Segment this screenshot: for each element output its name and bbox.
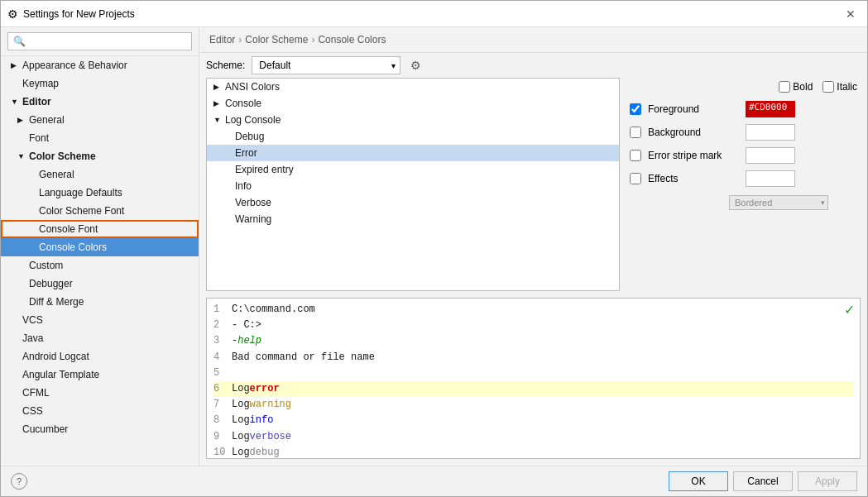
sidebar-item-vcs[interactable]: VCS [1,311,199,329]
code-text: help [237,333,261,349]
code-dash: - [232,333,237,349]
bold-italic-row: Bold Italic [630,81,857,93]
breadcrumb-part-3: Console Colors [318,34,386,45]
search-input[interactable] [7,32,192,50]
tree-item-console[interactable]: ▶ Console [207,95,619,112]
sidebar: ▶ Appearance & Behavior Keymap ▼ Editor … [1,27,199,466]
sidebar-label: Appearance & Behavior [22,60,127,71]
sidebar-item-cfml[interactable]: CFML [1,384,199,402]
props-panel: Bold Italic Foreground #CD0000 [626,78,861,291]
line-num: 4 [213,350,227,366]
effects-select[interactable]: Bordered Underscored Bold underscored St… [729,195,828,210]
sidebar-item-css[interactable]: CSS [1,402,199,420]
tree-item-info[interactable]: Info [207,178,619,194]
tree-item-warning[interactable]: Warning [207,211,619,227]
apply-button[interactable]: Apply [798,471,857,491]
line-num: 6 [213,381,227,397]
foreground-checkbox[interactable] [630,103,641,115]
italic-label[interactable]: Italic [822,81,857,93]
line-num: 2 [213,318,227,333]
sidebar-label: Custom [29,260,63,271]
sidebar-item-keymap[interactable]: Keymap [1,74,199,93]
tree-item-verbose[interactable]: Verbose [207,194,619,211]
bottom-bar: ? OK Cancel Apply [1,466,867,496]
sidebar-item-general[interactable]: ▶ General [1,111,199,129]
scheme-row: Scheme: Default Darcula High Contrast ⚙ [199,53,867,78]
bold-checkbox[interactable] [779,81,790,93]
breadcrumb-sep-1: › [238,34,242,45]
sidebar-item-font[interactable]: Font [1,129,199,147]
code-prefix: Log [232,445,250,459]
code-prefix: Log [232,381,250,397]
sidebar-item-editor[interactable]: ▼ Editor [1,93,199,111]
help-button[interactable]: ? [11,473,27,490]
top-section: ▶ ANSI Colors ▶ Console ▼ Log Console [199,78,867,298]
code-prefix: Log [232,413,250,428]
foreground-color-box[interactable]: #CD0000 [746,101,795,117]
line-num: 3 [213,333,227,349]
sidebar-item-diff-merge[interactable]: Diff & Merge [1,293,199,311]
code-text: C:\command.com [232,302,315,318]
sidebar-item-language-defaults[interactable]: Language Defaults [1,184,199,202]
chevron-icon: ▼ [11,98,19,106]
tree-item-ansi-colors[interactable]: ▶ ANSI Colors [207,79,619,95]
tree-item-expired-entry[interactable]: Expired entry [207,161,619,178]
breadcrumb-sep-2: › [311,34,314,45]
code-line-6: 6 Log error [213,381,853,397]
error-stripe-color-box[interactable] [746,147,795,164]
sidebar-label: Diff & Merge [29,296,84,308]
sidebar-item-cucumber[interactable]: Cucumber [1,420,199,438]
code-prefix: Log [232,429,250,445]
chevron-icon: ▶ [213,83,222,91]
sidebar-label: Java [22,332,43,344]
background-color-box[interactable] [746,124,795,141]
sidebar-item-debugger[interactable]: Debugger [1,275,199,293]
code-line-10: 10 Log debug [213,445,853,459]
effects-select-container: Bordered Underscored Bold underscored St… [630,195,857,210]
sidebar-label: General [39,169,74,180]
settings-dialog: ⚙ Settings for New Projects ✕ ▶ Appearan… [0,0,868,497]
sidebar-item-color-scheme[interactable]: ▼ Color Scheme [1,147,199,165]
sidebar-item-appearance-behavior[interactable]: ▶ Appearance & Behavior [1,56,199,74]
tree-item-log-console[interactable]: ▼ Log Console [207,112,619,128]
effects-checkbox[interactable] [630,173,641,184]
code-prefix: Log [232,397,250,413]
window-icon: ⚙ [7,7,18,21]
sidebar-item-custom[interactable]: Custom [1,256,199,275]
effects-color-box[interactable] [746,170,795,187]
tree-item-label: Console [225,98,261,109]
sidebar-item-cs-general[interactable]: General [1,165,199,184]
code-line-1: 1 C:\command.com [213,302,853,318]
sidebar-item-angular[interactable]: Angular Template [1,366,199,384]
error-stripe-checkbox[interactable] [630,150,641,161]
scheme-select[interactable]: Default Darcula High Contrast [252,56,400,74]
cancel-button[interactable]: Cancel [733,471,793,491]
tree-item-label: Warning [235,213,271,225]
background-checkbox[interactable] [630,127,641,138]
sidebar-item-cs-font[interactable]: Color Scheme Font [1,202,199,220]
gear-button[interactable]: ⚙ [407,57,424,74]
sidebar-item-console-colors[interactable]: Console Colors [1,238,199,256]
bold-label[interactable]: Bold [779,81,813,93]
ok-button[interactable]: OK [669,471,728,491]
sidebar-item-java[interactable]: Java [1,329,199,347]
sidebar-item-console-font[interactable]: Console Font [1,220,199,238]
tree-item-debug[interactable]: Debug [207,128,619,145]
sidebar-item-android-logcat[interactable]: Android Logcat [1,347,199,366]
background-row: Background [630,122,857,142]
sidebar-label: Keymap [22,78,59,89]
italic-checkbox[interactable] [822,81,834,93]
chevron-icon: ▶ [213,99,222,108]
sidebar-label: Color Scheme Font [39,205,124,217]
sidebar-label: Console Colors [39,241,107,253]
code-line-8: 8 Log info [213,413,853,428]
preview-content: 1 C:\command.com 2 - C:> 3 - help 4 Bad … [207,299,860,459]
line-num: 7 [213,397,227,413]
close-button[interactable]: ✕ [841,6,861,22]
tree-item-error[interactable]: Error [207,145,619,161]
sidebar-label: Debugger [29,278,73,289]
effects-row: Effects [630,169,857,189]
sidebar-label: Color Scheme [29,151,96,162]
sidebar-label: VCS [22,314,43,326]
error-stripe-label: Error stripe mark [648,150,739,161]
